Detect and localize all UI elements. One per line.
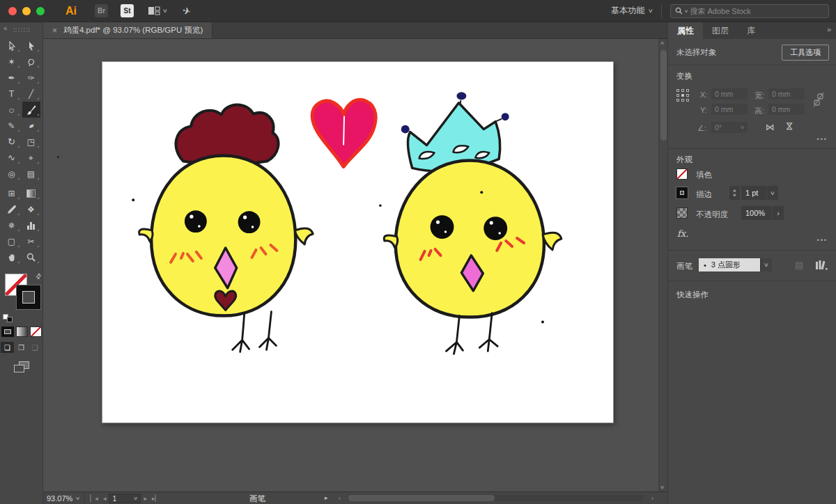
close-window-button[interactable] bbox=[8, 7, 17, 15]
ellipse-tool[interactable]: ○ bbox=[3, 102, 21, 118]
flip-vertical-icon[interactable]: ⋈ bbox=[784, 122, 795, 131]
last-artboard-button[interactable]: ▸▏ bbox=[152, 495, 160, 502]
artboard-tool[interactable]: ▢ bbox=[3, 233, 21, 249]
share-icon[interactable]: ✈ bbox=[181, 4, 192, 17]
stroke-swatch[interactable] bbox=[17, 285, 40, 309]
blend-tool[interactable]: ❖ bbox=[22, 201, 40, 217]
transform-more-options[interactable]: ••• bbox=[817, 136, 828, 143]
search-input[interactable] bbox=[690, 7, 824, 15]
vertical-scrollbar[interactable]: ∧ ∨ bbox=[658, 39, 667, 491]
eyedropper-tool[interactable] bbox=[3, 201, 21, 217]
flip-horizontal-icon[interactable]: ⋈ bbox=[766, 122, 775, 132]
vertical-scroll-thumb[interactable] bbox=[660, 50, 667, 141]
previous-artboard-button[interactable]: ◂ bbox=[103, 495, 107, 502]
direct-selection-tool[interactable] bbox=[22, 38, 40, 54]
workspace-switcher[interactable]: 基本功能 ∨ bbox=[611, 5, 653, 17]
opacity-options-chevron[interactable]: › bbox=[773, 206, 784, 220]
stock-search[interactable]: ∨ bbox=[670, 4, 829, 18]
mesh-tool[interactable]: ⊞ bbox=[3, 185, 21, 201]
first-artboard-button[interactable]: ▏◂ bbox=[90, 495, 98, 502]
appearance-more-options[interactable]: ••• bbox=[817, 237, 828, 244]
puppet-warp-tool[interactable]: ⌖ bbox=[22, 150, 40, 166]
link-dimensions-icon[interactable] bbox=[813, 92, 824, 107]
rotate-tool[interactable]: ↻ bbox=[3, 134, 21, 150]
pen-tool[interactable]: ✒ bbox=[3, 70, 21, 86]
perspective-grid-tool[interactable]: ▤ bbox=[22, 166, 40, 182]
toolbar-grip[interactable] bbox=[13, 28, 30, 32]
zoom-tool[interactable] bbox=[22, 249, 40, 265]
zoom-window-button[interactable] bbox=[36, 7, 45, 15]
screen-mode-button[interactable] bbox=[14, 361, 29, 372]
scroll-left-icon[interactable]: ‹ bbox=[339, 495, 341, 502]
next-artboard-button[interactable]: ▸ bbox=[144, 495, 147, 502]
tab-properties[interactable]: 属性 bbox=[668, 22, 703, 39]
tab-libraries[interactable]: 库 bbox=[738, 22, 764, 39]
fx-button[interactable]: fx. bbox=[677, 228, 688, 239]
angle-field[interactable]: 0° ∨ bbox=[711, 122, 748, 133]
curvature-tool[interactable]: ✑ bbox=[22, 70, 40, 86]
eraser-tool[interactable]: ▰ bbox=[22, 118, 40, 134]
canvas-area[interactable]: ∧ ∨ bbox=[43, 39, 667, 491]
width-tool[interactable]: ∿ bbox=[3, 150, 21, 166]
stroke-color-swatch[interactable] bbox=[676, 187, 688, 198]
scale-tool[interactable]: ◳ bbox=[22, 134, 40, 150]
stroke-weight-stepper[interactable]: ∧∨ bbox=[729, 186, 740, 200]
slice-tool[interactable]: ✂ bbox=[22, 233, 40, 249]
fill-color-swatch[interactable] bbox=[676, 168, 688, 180]
y-field[interactable]: 0 mm bbox=[711, 104, 748, 115]
tab-layers[interactable]: 图层 bbox=[703, 22, 738, 39]
none-button[interactable] bbox=[30, 326, 42, 337]
gradient-button[interactable] bbox=[16, 326, 28, 337]
toolbar-collapse-button[interactable]: « bbox=[3, 24, 8, 32]
stroke-weight-dropdown[interactable]: ∨ bbox=[767, 186, 778, 200]
zoom-level-dropdown[interactable]: 93.07% ∨ bbox=[47, 494, 79, 503]
draw-normal-mode-button[interactable]: ❏ bbox=[1, 342, 14, 353]
draw-inside-mode-button[interactable]: ❑ bbox=[29, 342, 42, 353]
brush-dropdown[interactable]: • 3 点圆形 bbox=[699, 258, 760, 271]
adobe-stock-button[interactable]: St bbox=[121, 4, 134, 17]
lasso-tool[interactable]: Ϙ bbox=[22, 54, 40, 70]
scroll-right-icon[interactable]: › bbox=[651, 495, 653, 502]
brush-libraries-icon[interactable] bbox=[815, 260, 828, 270]
stroke-weight-value[interactable]: 1 pt bbox=[741, 186, 766, 200]
magic-wand-tool[interactable]: ✶ bbox=[3, 54, 21, 70]
x-field[interactable]: 0 mm bbox=[711, 88, 748, 100]
scroll-down-icon[interactable]: ∨ bbox=[660, 485, 665, 490]
stroke-label: 描边 bbox=[696, 189, 712, 200]
gradient-tool[interactable] bbox=[22, 185, 40, 201]
selection-tool[interactable] bbox=[3, 38, 21, 54]
minimize-window-button[interactable] bbox=[22, 7, 31, 15]
artboard-number-dropdown[interactable]: 1 ∨ bbox=[109, 494, 141, 503]
swap-fill-stroke-icon[interactable]: ⇄ bbox=[33, 271, 43, 281]
opacity-swatch[interactable] bbox=[676, 207, 688, 219]
arrange-documents-button[interactable]: ∨ bbox=[148, 6, 167, 15]
current-tool-indicator[interactable]: 画笔 bbox=[249, 494, 265, 504]
panel-collapse-icon[interactable]: ›› bbox=[827, 26, 830, 33]
brush-dropdown-chevron[interactable]: ∨ bbox=[760, 258, 772, 271]
tool-options-button[interactable]: 工具选项 bbox=[782, 45, 829, 61]
type-tool[interactable]: T bbox=[3, 86, 21, 102]
paintbrush-tool[interactable] bbox=[22, 102, 40, 118]
opacity-value[interactable]: 100% bbox=[741, 206, 772, 220]
shape-builder-tool[interactable]: ◎ bbox=[3, 166, 21, 182]
brush-panel-icon[interactable]: ▤ bbox=[795, 260, 803, 270]
bridge-button[interactable]: Br bbox=[95, 4, 108, 17]
scroll-up-icon[interactable]: ∧ bbox=[660, 40, 665, 46]
reference-point-selector[interactable] bbox=[676, 89, 692, 104]
line-segment-tool[interactable]: ╱ bbox=[22, 86, 40, 102]
status-proxy-icon[interactable]: ▸ bbox=[325, 494, 328, 501]
horizontal-scrollbar[interactable]: ‹ › bbox=[339, 494, 653, 503]
document-tab[interactable]: × 鸡蛋4.pdf* @ 93.07% (RGB/GPU 预览) bbox=[43, 22, 212, 38]
shaper-tool[interactable]: ✎ bbox=[3, 118, 21, 134]
height-field[interactable]: 0 mm bbox=[768, 104, 805, 115]
default-fill-stroke-icon[interactable] bbox=[3, 314, 13, 322]
color-button[interactable] bbox=[1, 326, 14, 337]
symbol-sprayer-tool[interactable]: ✵ bbox=[3, 217, 21, 233]
hand-tool[interactable] bbox=[3, 249, 21, 265]
close-tab-icon[interactable]: × bbox=[52, 26, 57, 36]
horizontal-scroll-thumb[interactable] bbox=[348, 495, 495, 501]
artboard[interactable] bbox=[102, 61, 614, 423]
column-graph-tool[interactable] bbox=[22, 217, 40, 233]
width-field[interactable]: 0 mm bbox=[768, 88, 805, 100]
draw-behind-mode-button[interactable]: ❐ bbox=[15, 342, 28, 353]
